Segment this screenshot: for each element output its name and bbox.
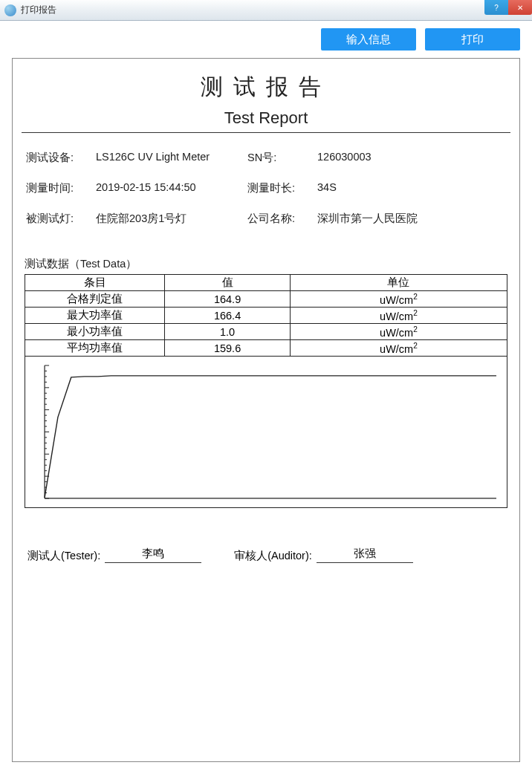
data-section: 测试数据（Test Data） 条目 值 单位 合格判定值164.9uW/cm2… — [13, 226, 519, 508]
auditor-group: 审核人(Auditor): 张强 — [234, 547, 413, 563]
meta-device-label: 测试设备: — [26, 151, 90, 165]
chart-line — [31, 361, 501, 503]
window-title: 打印报告 — [21, 4, 56, 16]
th-unit: 单位 — [290, 275, 507, 291]
cell-value: 164.9 — [165, 291, 291, 308]
help-button[interactable]: ? — [484, 0, 508, 15]
th-item: 条目 — [25, 275, 165, 291]
meta-company-value: 深圳市第一人民医院 — [317, 212, 507, 226]
window-controls: ? ✕ — [484, 0, 532, 15]
meta-duration-value: 34S — [317, 181, 507, 195]
cell-value: 1.0 — [165, 324, 291, 340]
chart-box — [25, 357, 507, 508]
data-table: 条目 值 单位 合格判定值164.9uW/cm2最大功率值166.4uW/cm2… — [25, 274, 507, 357]
table-row: 最小功率值1.0uW/cm2 — [25, 324, 507, 340]
tester-value: 李鸣 — [105, 547, 201, 563]
table-row: 最大功率值166.4uW/cm2 — [25, 308, 507, 324]
signatures: 测试人(Tester): 李鸣 审核人(Auditor): 张强 — [13, 508, 519, 563]
titlebar: 打印报告 ? ✕ — [0, 0, 532, 21]
tester-label: 测试人(Tester): — [27, 549, 100, 563]
title-underline — [22, 132, 510, 133]
report-frame: 测试报告 Test Report 测试设备: LS126C UV Light M… — [12, 58, 520, 762]
toolbar: 输入信息 打印 — [6, 28, 526, 51]
cell-unit: uW/cm2 — [290, 324, 507, 340]
cell-item: 平均功率值 — [25, 340, 165, 357]
th-value: 值 — [165, 275, 291, 291]
cell-unit: uW/cm2 — [290, 340, 507, 357]
print-button[interactable]: 打印 — [425, 28, 520, 51]
table-row: 合格判定值164.9uW/cm2 — [25, 291, 507, 308]
cell-value: 166.4 — [165, 308, 291, 324]
meta-sn-label: SN号: — [247, 151, 311, 165]
tester-group: 测试人(Tester): 李鸣 — [27, 547, 201, 563]
meta-time-value: 2019-02-15 15:44:50 — [96, 181, 241, 195]
meta-company-label: 公司名称: — [247, 212, 311, 226]
meta-time-label: 测量时间: — [26, 181, 90, 195]
app-icon — [4, 4, 16, 16]
meta-lamp-label: 被测试灯: — [26, 212, 90, 226]
report-title-en: Test Report — [13, 108, 519, 132]
data-heading: 测试数据（Test Data） — [25, 257, 507, 271]
auditor-value: 张强 — [317, 547, 413, 563]
table-row: 平均功率值159.6uW/cm2 — [25, 340, 507, 357]
cell-item: 最小功率值 — [25, 324, 165, 340]
cell-unit: uW/cm2 — [290, 291, 507, 308]
cell-item: 合格判定值 — [25, 291, 165, 308]
close-button[interactable]: ✕ — [508, 0, 532, 15]
report-title-cn: 测试报告 — [13, 59, 519, 108]
meta-duration-label: 测量时长: — [247, 181, 311, 195]
cell-item: 最大功率值 — [25, 308, 165, 324]
meta-sn-value: 126030003 — [317, 151, 507, 165]
cell-unit: uW/cm2 — [290, 308, 507, 324]
content-area: 输入信息 打印 测试报告 Test Report 测试设备: LS126C UV… — [0, 21, 532, 771]
meta-grid: 测试设备: LS126C UV Light Meter SN号: 1260300… — [13, 151, 519, 226]
meta-lamp-value: 住院部203房1号灯 — [96, 212, 241, 226]
input-info-button[interactable]: 输入信息 — [321, 28, 416, 51]
meta-device-value: LS126C UV Light Meter — [96, 151, 241, 165]
auditor-label: 审核人(Auditor): — [234, 549, 312, 563]
cell-value: 159.6 — [165, 340, 291, 357]
table-header-row: 条目 值 单位 — [25, 275, 507, 291]
